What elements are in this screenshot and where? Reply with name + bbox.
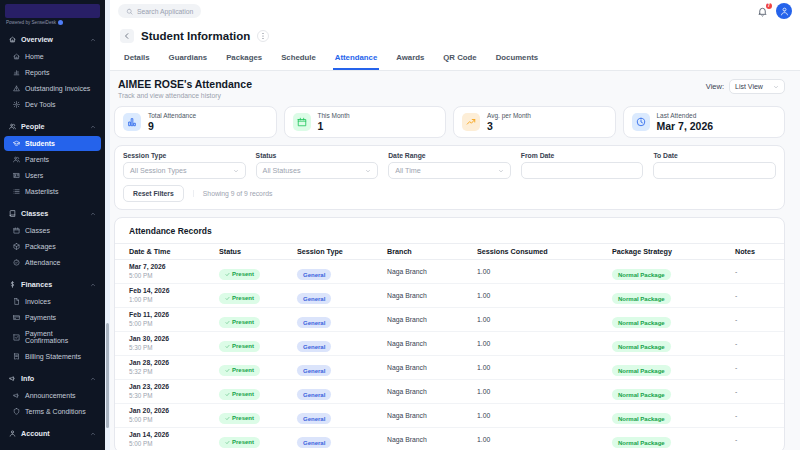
sidebar-nav: OverviewHomeReportsOutstanding InvoicesD… xyxy=(0,28,105,450)
table-title: Attendance Records xyxy=(115,218,784,244)
sidebar-item-outstanding-invoices[interactable]: Outstanding Invoices xyxy=(4,81,101,96)
reset-filters-button[interactable]: Reset Filters xyxy=(123,185,184,202)
warning-icon xyxy=(13,85,20,92)
cell-branch: Naga Branch xyxy=(387,436,477,443)
column-header-date-time: Date & Time xyxy=(129,247,219,256)
filter-select-date-range[interactable]: All Time xyxy=(388,162,511,179)
sidebar-item-label: Reports xyxy=(25,69,50,76)
tab-attendance[interactable]: Attendance xyxy=(333,46,379,70)
section-title: AIMEE ROSE's Attendance xyxy=(118,78,252,90)
sidebar-section-info[interactable]: Info xyxy=(4,370,101,387)
table-row[interactable]: Feb 11, 20265:00 PMPresentGeneralNaga Br… xyxy=(115,308,784,332)
more-options-button[interactable] xyxy=(257,30,269,42)
sidebar-item-label: Dev Tools xyxy=(25,101,56,108)
tab-details[interactable]: Details xyxy=(122,46,152,70)
cell-status: Present xyxy=(219,311,297,329)
notifications-button[interactable]: 7 xyxy=(757,6,768,17)
sidebar-item-announcements[interactable]: Announcements xyxy=(4,388,101,403)
search-input[interactable]: Search Application xyxy=(118,4,201,18)
table-row[interactable]: Mar 7, 20265:00 PMPresentGeneralNaga Bra… xyxy=(115,260,784,284)
sidebar-item-students[interactable]: Students xyxy=(4,136,101,151)
table-row[interactable]: Jan 23, 20265:30 PMPresentGeneralNaga Br… xyxy=(115,380,784,404)
row-date: Jan 14, 2026 xyxy=(129,431,219,440)
table-row[interactable]: Jan 30, 20265:30 PMPresentGeneralNaga Br… xyxy=(115,332,784,356)
filter-label: To Date xyxy=(653,152,776,159)
status-label: Present xyxy=(232,367,254,373)
table-row[interactable]: Jan 20, 20265:00 PMPresentGeneralNaga Br… xyxy=(115,404,784,428)
sidebar-item-users[interactable]: Users xyxy=(4,168,101,183)
sidebar-section-finances[interactable]: Finances xyxy=(4,276,101,293)
tab-awards[interactable]: Awards xyxy=(394,46,426,70)
cell-sessions-consumed: 1.00 xyxy=(477,412,612,419)
status-badge: Present xyxy=(219,365,260,376)
sidebar-scrollbar[interactable] xyxy=(105,0,110,450)
filter-input-to-date[interactable] xyxy=(653,162,776,179)
file-icon xyxy=(13,298,20,305)
column-header-sessions-consumed: Sessions Consumed xyxy=(477,247,612,256)
cell-branch: Naga Branch xyxy=(387,268,477,275)
tab-schedule[interactable]: Schedule xyxy=(279,46,318,70)
session-type-badge: General xyxy=(297,437,331,448)
sidebar-item-masterlists[interactable]: Masterlists xyxy=(4,184,101,199)
cell-notes: - xyxy=(735,292,770,299)
check-icon xyxy=(225,440,230,445)
table-row[interactable]: Jan 14, 20265:00 PMPresentGeneralNaga Br… xyxy=(115,428,784,450)
people-icon xyxy=(9,123,16,130)
sidebar-scrollbar-thumb[interactable] xyxy=(106,323,109,428)
check-icon xyxy=(225,296,230,301)
sidebar-item-parents[interactable]: Parents xyxy=(4,152,101,167)
tab-documents[interactable]: Documents xyxy=(494,46,540,70)
sidebar-item-dev-tools[interactable]: Dev Tools xyxy=(4,97,101,112)
stat-label: Total Attendance xyxy=(148,112,196,119)
sidebar-item-classes[interactable]: Classes xyxy=(4,223,101,238)
filter-select-status[interactable]: All Statuses xyxy=(256,162,379,179)
cell-package-strategy: Normal Package xyxy=(612,407,735,425)
view-select[interactable]: List View xyxy=(729,79,785,94)
sidebar-item-payments[interactable]: Payments xyxy=(4,310,101,325)
sidebar-item-payment-confirmations[interactable]: Payment Confirmations xyxy=(4,326,101,348)
sidebar-item-label: Attendance xyxy=(25,259,60,266)
notification-badge: 7 xyxy=(766,3,773,10)
sidebar-item-invoices[interactable]: Invoices xyxy=(4,294,101,309)
sidebar-section-people[interactable]: People xyxy=(4,118,101,135)
user-avatar[interactable] xyxy=(776,3,792,19)
status-label: Present xyxy=(232,295,254,301)
sidebar-item-attendance[interactable]: Attendance xyxy=(4,255,101,270)
sidebar-section-account[interactable]: Account xyxy=(4,425,101,442)
sidebar-item-terms-conditions[interactable]: Terms & Conditions xyxy=(4,404,101,419)
filter-field-status: StatusAll Statuses xyxy=(256,152,379,179)
sidebar-item-reports[interactable]: Reports xyxy=(4,65,101,80)
check-icon xyxy=(225,320,230,325)
column-header-status: Status xyxy=(219,247,297,256)
check-icon xyxy=(225,344,230,349)
table-row[interactable]: Jan 28, 20265:32 PMPresentGeneralNaga Br… xyxy=(115,356,784,380)
cell-status: Present xyxy=(219,383,297,401)
stat-text: This Month1 xyxy=(318,112,350,132)
table-row[interactable]: Feb 14, 20261:00 PMPresentGeneralNaga Br… xyxy=(115,284,784,308)
clock-icon xyxy=(632,113,650,131)
chevron-up-icon xyxy=(90,282,96,288)
row-date: Jan 20, 2026 xyxy=(129,407,219,416)
filter-input-from-date[interactable] xyxy=(521,162,644,179)
sidebar-item-label: Classes xyxy=(25,227,50,234)
filter-select-session-type[interactable]: All Session Types xyxy=(123,162,246,179)
tab-packages[interactable]: Packages xyxy=(224,46,264,70)
filters-card: Session TypeAll Session TypesStatusAll S… xyxy=(114,145,785,210)
sidebar-item-billing-statements[interactable]: Billing Statements xyxy=(4,349,101,364)
cell-notes: - xyxy=(735,316,770,323)
cell-notes: - xyxy=(735,340,770,347)
back-button[interactable] xyxy=(120,29,134,43)
sidebar-item-packages[interactable]: Packages xyxy=(4,239,101,254)
tab-guardians[interactable]: Guardians xyxy=(167,46,210,70)
sidebar-item-label: Users xyxy=(25,172,43,179)
status-label: Present xyxy=(232,415,254,421)
search-placeholder: Search Application xyxy=(137,8,193,15)
tab-qr-code[interactable]: QR Code xyxy=(441,46,478,70)
sidebar-section-label: Info xyxy=(21,374,34,383)
sidebar-item-home[interactable]: Home xyxy=(4,49,101,64)
sidebar-section-overview[interactable]: Overview xyxy=(4,31,101,48)
row-time: 1:00 PM xyxy=(129,296,219,304)
row-date: Jan 23, 2026 xyxy=(129,383,219,392)
sidebar-section-classes[interactable]: Classes xyxy=(4,205,101,222)
filter-label: Status xyxy=(256,152,379,159)
